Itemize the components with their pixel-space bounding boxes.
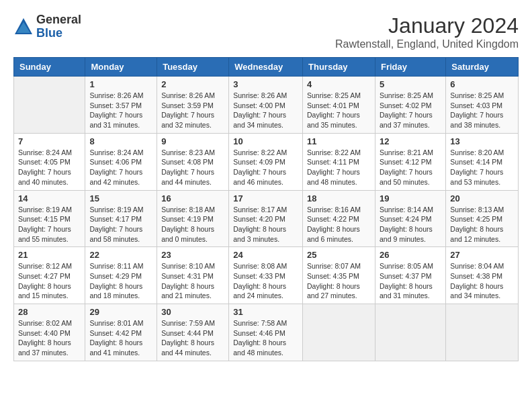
calendar-cell: 31Sunrise: 7:58 AMSunset: 4:46 PMDayligh… [229,304,303,361]
day-info: Sunrise: 8:16 AMSunset: 4:22 PMDaylight:… [307,205,371,244]
day-info: Sunrise: 8:25 AMSunset: 4:02 PMDaylight:… [380,91,441,130]
day-number: 9 [161,136,224,146]
day-number: 11 [307,136,371,146]
day-info: Sunrise: 8:25 AMSunset: 4:03 PMDaylight:… [450,91,514,130]
calendar-cell: 13Sunrise: 8:20 AMSunset: 4:14 PMDayligh… [446,133,519,190]
day-number: 5 [380,79,441,89]
day-info: Sunrise: 7:59 AMSunset: 4:44 PMDaylight:… [161,318,224,358]
calendar-cell: 20Sunrise: 8:13 AMSunset: 4:25 PMDayligh… [446,190,519,247]
day-info: Sunrise: 8:04 AMSunset: 4:38 PMDaylight:… [450,261,514,301]
week-row-3: 14Sunrise: 8:19 AMSunset: 4:15 PMDayligh… [14,190,519,247]
calendar-cell: 1Sunrise: 8:26 AMSunset: 3:57 PMDaylight… [85,77,157,134]
day-info: Sunrise: 8:23 AMSunset: 4:08 PMDaylight:… [161,148,224,187]
day-info: Sunrise: 8:21 AMSunset: 4:12 PMDaylight:… [380,148,441,187]
day-number: 8 [89,136,152,146]
calendar-cell: 26Sunrise: 8:05 AMSunset: 4:37 PMDayligh… [375,247,445,304]
day-number: 31 [233,307,298,317]
header-row: SundayMondayTuesdayWednesdayThursdayFrid… [14,58,519,77]
day-number: 15 [89,193,152,203]
calendar-cell: 17Sunrise: 8:17 AMSunset: 4:20 PMDayligh… [229,190,303,247]
day-info: Sunrise: 8:24 AMSunset: 4:06 PMDaylight:… [89,148,152,187]
calendar-cell: 14Sunrise: 8:19 AMSunset: 4:15 PMDayligh… [14,190,85,247]
calendar-cell: 30Sunrise: 7:59 AMSunset: 4:44 PMDayligh… [157,304,229,361]
calendar-cell: 18Sunrise: 8:16 AMSunset: 4:22 PMDayligh… [303,190,375,247]
day-info: Sunrise: 8:26 AMSunset: 3:57 PMDaylight:… [89,91,152,130]
calendar-cell: 21Sunrise: 8:12 AMSunset: 4:27 PMDayligh… [14,247,85,304]
day-number: 21 [18,250,81,260]
day-info: Sunrise: 8:08 AMSunset: 4:33 PMDaylight:… [233,261,298,301]
day-number: 26 [380,250,441,260]
header-cell-tuesday: Tuesday [157,58,229,77]
calendar-cell: 5Sunrise: 8:25 AMSunset: 4:02 PMDaylight… [375,77,445,134]
day-info: Sunrise: 8:22 AMSunset: 4:09 PMDaylight:… [233,148,298,187]
day-number: 3 [233,79,298,89]
header-cell-monday: Monday [85,58,157,77]
calendar-cell: 12Sunrise: 8:21 AMSunset: 4:12 PMDayligh… [375,133,445,190]
day-number: 16 [161,193,224,203]
calendar-cell: 11Sunrise: 8:22 AMSunset: 4:11 PMDayligh… [303,133,375,190]
calendar-cell: 16Sunrise: 8:18 AMSunset: 4:19 PMDayligh… [157,190,229,247]
day-info: Sunrise: 8:07 AMSunset: 4:35 PMDaylight:… [307,261,371,301]
page-header: General Blue January 2024 Rawtenstall, E… [13,13,519,50]
calendar-cell [446,304,519,361]
day-number: 14 [18,193,81,203]
day-info: Sunrise: 8:02 AMSunset: 4:40 PMDaylight:… [18,318,81,358]
day-number: 23 [161,250,224,260]
week-row-5: 28Sunrise: 8:02 AMSunset: 4:40 PMDayligh… [14,304,519,361]
calendar-cell: 8Sunrise: 8:24 AMSunset: 4:06 PMDaylight… [85,133,157,190]
logo: General Blue [13,13,81,40]
calendar-table: SundayMondayTuesdayWednesdayThursdayFrid… [13,57,519,361]
week-row-2: 7Sunrise: 8:24 AMSunset: 4:05 PMDaylight… [14,133,519,190]
logo-blue: Blue [36,27,81,40]
calendar-cell: 6Sunrise: 8:25 AMSunset: 4:03 PMDaylight… [446,77,519,134]
day-number: 30 [161,307,224,317]
header-cell-wednesday: Wednesday [229,58,303,77]
day-number: 10 [233,136,298,146]
calendar-cell: 24Sunrise: 8:08 AMSunset: 4:33 PMDayligh… [229,247,303,304]
day-info: Sunrise: 8:25 AMSunset: 4:01 PMDaylight:… [307,91,371,130]
day-info: Sunrise: 8:26 AMSunset: 4:00 PMDaylight:… [233,91,298,130]
day-info: Sunrise: 8:13 AMSunset: 4:25 PMDaylight:… [450,205,514,244]
calendar-cell: 19Sunrise: 8:14 AMSunset: 4:24 PMDayligh… [375,190,445,247]
day-info: Sunrise: 8:19 AMSunset: 4:15 PMDaylight:… [18,205,81,244]
day-number: 17 [233,193,298,203]
day-info: Sunrise: 8:17 AMSunset: 4:20 PMDaylight:… [233,205,298,244]
day-number: 4 [307,79,371,89]
day-number: 18 [307,193,371,203]
day-number: 24 [233,250,298,260]
day-info: Sunrise: 8:18 AMSunset: 4:19 PMDaylight:… [161,205,224,244]
calendar-cell: 9Sunrise: 8:23 AMSunset: 4:08 PMDaylight… [157,133,229,190]
week-row-1: 1Sunrise: 8:26 AMSunset: 3:57 PMDaylight… [14,77,519,134]
day-info: Sunrise: 8:24 AMSunset: 4:05 PMDaylight:… [18,148,81,187]
day-number: 22 [89,250,152,260]
day-number: 20 [450,193,514,203]
day-number: 29 [89,307,152,317]
day-number: 1 [89,79,152,89]
calendar-cell: 28Sunrise: 8:02 AMSunset: 4:40 PMDayligh… [14,304,85,361]
day-info: Sunrise: 8:20 AMSunset: 4:14 PMDaylight:… [450,148,514,187]
calendar-cell [14,77,85,134]
day-info: Sunrise: 8:05 AMSunset: 4:37 PMDaylight:… [380,261,441,301]
week-row-4: 21Sunrise: 8:12 AMSunset: 4:27 PMDayligh… [14,247,519,304]
day-number: 28 [18,307,81,317]
location-title: Rawtenstall, England, United Kingdom [335,38,519,50]
day-number: 12 [380,136,441,146]
calendar-cell: 3Sunrise: 8:26 AMSunset: 4:00 PMDaylight… [229,77,303,134]
title-block: January 2024 Rawtenstall, England, Unite… [335,13,519,50]
calendar-cell [303,304,375,361]
calendar-cell: 29Sunrise: 8:01 AMSunset: 4:42 PMDayligh… [85,304,157,361]
day-number: 6 [450,79,514,89]
day-info: Sunrise: 8:22 AMSunset: 4:11 PMDaylight:… [307,148,371,187]
day-info: Sunrise: 8:19 AMSunset: 4:17 PMDaylight:… [89,205,152,244]
day-number: 13 [450,136,514,146]
day-info: Sunrise: 8:10 AMSunset: 4:31 PMDaylight:… [161,261,224,301]
calendar-cell: 2Sunrise: 8:26 AMSunset: 3:59 PMDaylight… [157,77,229,134]
day-info: Sunrise: 8:11 AMSunset: 4:29 PMDaylight:… [89,261,152,301]
day-info: Sunrise: 8:01 AMSunset: 4:42 PMDaylight:… [89,318,152,358]
calendar-cell: 10Sunrise: 8:22 AMSunset: 4:09 PMDayligh… [229,133,303,190]
header-cell-friday: Friday [375,58,445,77]
day-number: 27 [450,250,514,260]
calendar-cell: 25Sunrise: 8:07 AMSunset: 4:35 PMDayligh… [303,247,375,304]
day-info: Sunrise: 8:12 AMSunset: 4:27 PMDaylight:… [18,261,81,301]
header-cell-saturday: Saturday [446,58,519,77]
